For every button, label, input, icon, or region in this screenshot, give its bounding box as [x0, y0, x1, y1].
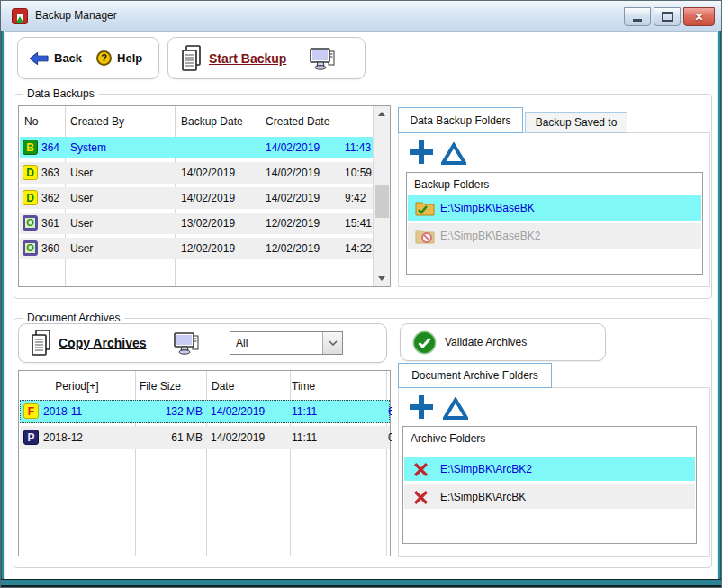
col-header-created-by: Created By [70, 115, 124, 128]
table-row[interactable]: P 2018-12 61 MB 14/02/2019 11:11 0 [20, 426, 390, 449]
vertical-scrollbar[interactable] [373, 106, 390, 286]
title-bar[interactable]: Backup Manager ✕ [1, 1, 721, 32]
backup-type-icon-o: O [23, 215, 38, 231]
app-icon [12, 8, 28, 24]
archive-folders-list-header: Archive Folders [411, 432, 485, 445]
window-border-bottom [1, 579, 721, 587]
start-backup-toolbar: Start Backup [167, 37, 366, 79]
minimize-button[interactable] [624, 7, 651, 26]
start-backup-button[interactable]: Start Backup [180, 45, 286, 72]
cell-period: 2018-11 [43, 405, 82, 418]
list-item[interactable]: E:\SimpBK\ArcBK2 [404, 457, 695, 481]
data-backups-group-label: Data Backups [23, 87, 99, 100]
archive-type-icon-f: F [23, 403, 39, 419]
change-folder-button[interactable] [441, 142, 466, 166]
add-archive-folder-button[interactable] [408, 394, 435, 421]
archive-filter-value: All [236, 337, 248, 349]
col-header-date: Date [212, 380, 234, 393]
window-border-right [717, 31, 721, 579]
list-item[interactable]: E:\SimpBK\BaseBK2 [408, 223, 701, 249]
cell-no: 364 [41, 141, 59, 154]
back-label: Back [54, 51, 82, 65]
chevron-down-icon [329, 340, 338, 346]
table-row[interactable]: F 2018-11 132 MB 14/02/2019 11:11 6 [20, 400, 390, 423]
window-title: Backup Manager [35, 9, 117, 22]
tab-data-backup-folders[interactable]: Data Backup Folders [398, 107, 523, 133]
list-item[interactable]: E:\SimpBK\ArcBK [404, 484, 695, 509]
cell-created-by: User [70, 167, 93, 179]
red-x-icon [413, 462, 429, 477]
scrollbar-thumb[interactable] [375, 185, 389, 218]
cell-created-date: 14/02/2019 [266, 192, 320, 204]
change-archive-folder-button[interactable] [443, 397, 468, 421]
cell-no: 360 [41, 242, 59, 255]
copy-archives-button[interactable]: Copy Archives [30, 330, 147, 357]
col-header-created-date: Created Date [266, 115, 329, 128]
help-button[interactable]: ? Help [96, 50, 142, 66]
col-header-time: Time [292, 380, 315, 393]
cell-time: 11:43 [345, 141, 374, 154]
cell-created-date: 12/02/2019 [266, 217, 320, 230]
add-folder-button[interactable] [408, 139, 435, 166]
col-header-backup-date: Backup Date [181, 115, 243, 128]
cell-file-size: 132 MB [135, 405, 203, 418]
folder-path: E:\SimpBK\ArcBK2 [440, 463, 532, 475]
cell-date: 14/02/2019 [211, 405, 265, 418]
table-row[interactable]: O 361 User 13/02/2019 12/02/2019 15:41 [20, 213, 374, 234]
cell-no: 361 [41, 217, 59, 230]
close-icon: ✕ [694, 11, 703, 23]
archive-filter-dropdown[interactable]: All [230, 331, 343, 355]
list-item[interactable]: E:\SimpBK\BaseBK [408, 195, 701, 221]
tab-document-archive-folders[interactable]: Document Archive Folders [398, 363, 552, 388]
cell-created-by: System [70, 141, 106, 154]
tab-backup-saved-to[interactable]: Backup Saved to [525, 112, 627, 133]
backup-type-icon-d: D [23, 190, 38, 205]
computer-icon[interactable] [174, 331, 201, 355]
copy-archives-label: Copy Archives [59, 336, 147, 350]
cell-created-date: 14/02/2019 [266, 141, 320, 154]
cell-file-size: 61 MB [135, 431, 203, 444]
cell-backup-date: 13/02/2019 [181, 217, 235, 230]
cell-period: 2018-12 [43, 431, 83, 444]
cell-time: 11:11 [292, 431, 317, 444]
cell-date: 14/02/2019 [211, 431, 265, 444]
validate-archives-label: Validate Archives [445, 336, 527, 348]
cell-no: 363 [41, 167, 59, 179]
table-row[interactable]: D 363 User 14/02/2019 14/02/2019 10:59 [20, 162, 374, 184]
cell-time: 14:22 [345, 242, 374, 255]
backup-type-icon-b: B [23, 140, 38, 155]
maximize-icon [662, 12, 673, 22]
backup-folders-list: Backup Folders E:\SimpBK\BaseBK E:\SimpB… [406, 172, 703, 275]
backup-type-icon-o: O [23, 240, 38, 256]
close-button[interactable]: ✕ [683, 7, 715, 26]
red-x-icon [413, 490, 429, 505]
folder-path: E:\SimpBK\ArcBK [440, 491, 526, 503]
table-row[interactable]: O 360 User 12/02/2019 12/02/2019 14:22 [20, 238, 374, 259]
cell-time: 11:11 [292, 405, 317, 418]
table-row[interactable]: B 364 System 14/02/2019 11:43 [20, 137, 374, 158]
back-button[interactable]: Back [30, 51, 82, 66]
validate-archives-button[interactable]: Validate Archives [400, 323, 606, 361]
start-backup-label: Start Backup [209, 51, 286, 66]
cell-time: 9:42 [345, 192, 374, 204]
col-header-period: Period[+] [19, 380, 135, 393]
dropdown-arrow-button[interactable] [322, 332, 342, 354]
archives-table: Period[+] File Size Date Time F 2018-11 … [18, 370, 391, 556]
cell-created-date: 12/02/2019 [266, 242, 320, 255]
computer-icon[interactable] [310, 47, 337, 70]
cell-clipped: 0 [388, 431, 392, 444]
green-check-icon [412, 330, 437, 355]
help-icon: ? [96, 50, 112, 66]
copy-document-icon [180, 45, 203, 72]
folder-path: E:\SimpBK\BaseBK2 [440, 230, 540, 242]
nav-toolbar: Back ? Help [17, 37, 159, 79]
backups-table: No Created By Backup Date Created Date B… [18, 105, 391, 287]
archive-folders-list: Archive Folders E:\SimpBK\ArcBK2 E:\Simp… [402, 426, 697, 544]
maximize-button[interactable] [654, 7, 681, 26]
col-header-file-size: File Size [140, 380, 181, 393]
table-row[interactable]: D 362 User 14/02/2019 14/02/2019 9:42 [20, 187, 374, 209]
scroll-down-arrow[interactable] [374, 271, 390, 286]
cell-created-by: User [70, 217, 93, 230]
cell-time: 15:41 [345, 217, 374, 230]
scroll-up-arrow[interactable] [374, 106, 390, 122]
